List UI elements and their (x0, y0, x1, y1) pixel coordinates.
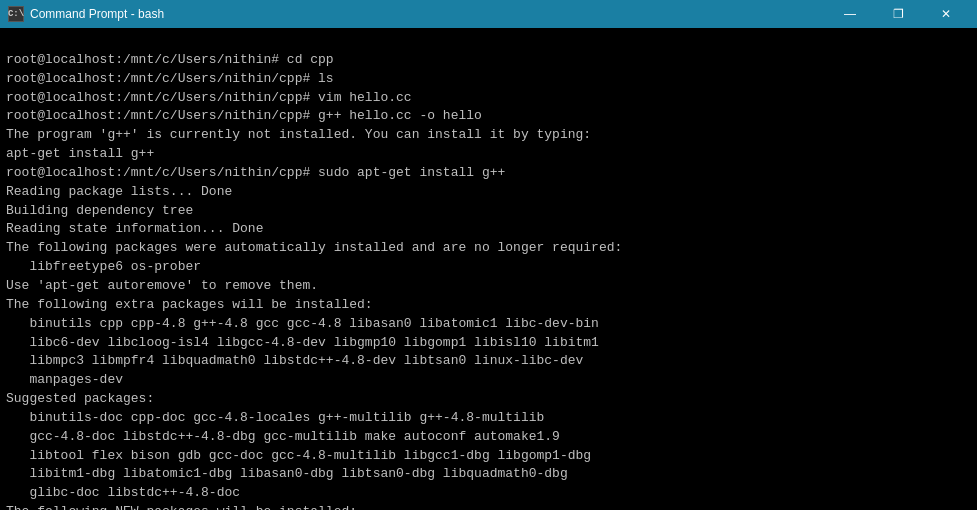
terminal-line: Building dependency tree (6, 202, 971, 221)
terminal-output: root@localhost:/mnt/c/Users/nithin# cd c… (0, 28, 977, 510)
terminal-line: root@localhost:/mnt/c/Users/nithin# cd c… (6, 51, 971, 70)
terminal-line: Reading package lists... Done (6, 183, 971, 202)
terminal-line: gcc-4.8-doc libstdc++-4.8-dbg gcc-multil… (6, 428, 971, 447)
terminal-line: root@localhost:/mnt/c/Users/nithin/cpp# … (6, 164, 971, 183)
close-button[interactable]: ✕ (923, 0, 969, 28)
title-bar-left: C:\ Command Prompt - bash (8, 6, 164, 22)
window-title: Command Prompt - bash (30, 7, 164, 21)
terminal-line: root@localhost:/mnt/c/Users/nithin/cpp# … (6, 89, 971, 108)
maximize-button[interactable]: ❐ (875, 0, 921, 28)
terminal-line: libtool flex bison gdb gcc-doc gcc-4.8-m… (6, 447, 971, 466)
terminal-line: Use 'apt-get autoremove' to remove them. (6, 277, 971, 296)
window-controls: — ❐ ✕ (827, 0, 969, 28)
terminal-line: Reading state information... Done (6, 220, 971, 239)
terminal-line: binutils-doc cpp-doc gcc-4.8-locales g++… (6, 409, 971, 428)
terminal-line: The following packages were automaticall… (6, 239, 971, 258)
terminal-line: apt-get install g++ (6, 145, 971, 164)
terminal-line: root@localhost:/mnt/c/Users/nithin/cpp# … (6, 107, 971, 126)
terminal-line: The program 'g++' is currently not insta… (6, 126, 971, 145)
terminal-line: glibc-doc libstdc++-4.8-doc (6, 484, 971, 503)
terminal-line: root@localhost:/mnt/c/Users/nithin/cpp# … (6, 70, 971, 89)
terminal-line: libmpc3 libmpfr4 libquadmath0 libstdc++-… (6, 352, 971, 371)
terminal-line: libitm1-dbg libatomic1-dbg libasan0-dbg … (6, 465, 971, 484)
terminal-line: binutils cpp cpp-4.8 g++-4.8 gcc gcc-4.8… (6, 315, 971, 334)
minimize-button[interactable]: — (827, 0, 873, 28)
app-icon: C:\ (8, 6, 24, 22)
title-bar: C:\ Command Prompt - bash — ❐ ✕ (0, 0, 977, 28)
terminal-line: Suggested packages: (6, 390, 971, 409)
terminal-line: The following NEW packages will be insta… (6, 503, 971, 510)
terminal-line: libc6-dev libcloog-isl4 libgcc-4.8-dev l… (6, 334, 971, 353)
terminal-line: The following extra packages will be ins… (6, 296, 971, 315)
terminal-line: libfreetype6 os-prober (6, 258, 971, 277)
terminal-line: manpages-dev (6, 371, 971, 390)
